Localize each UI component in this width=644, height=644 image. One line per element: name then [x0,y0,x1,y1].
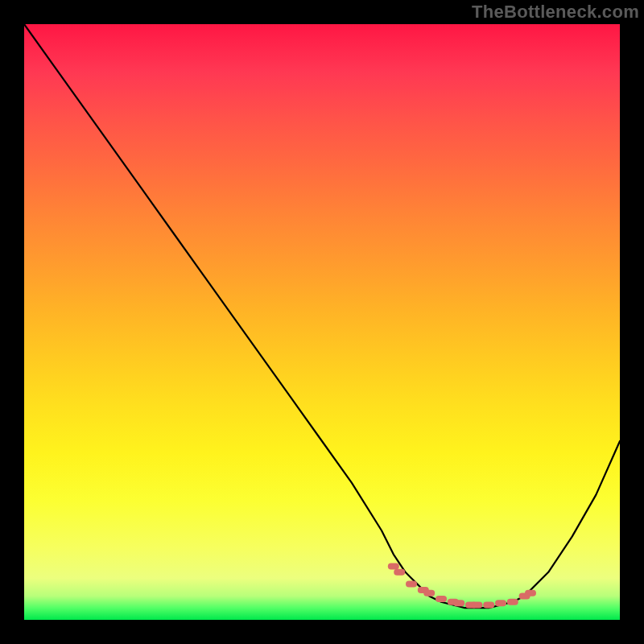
marker-dot [471,602,482,609]
marker-dot [436,596,447,602]
marker-dot [453,600,464,606]
marker-dot [388,563,399,569]
chart-frame: TheBottleneck.com [0,0,644,644]
marker-dot [406,581,417,588]
marker-dot [495,600,506,606]
watermark-text: TheBottleneck.com [472,2,639,23]
marker-dot [483,602,494,609]
plot-area [24,24,620,620]
marker-dot [525,590,536,597]
optimal-range-markers [388,563,536,608]
marker-dot [423,590,435,597]
bottleneck-curve [24,24,620,608]
chart-svg [24,24,620,620]
marker-dot [394,569,405,576]
marker-dot [507,599,518,605]
